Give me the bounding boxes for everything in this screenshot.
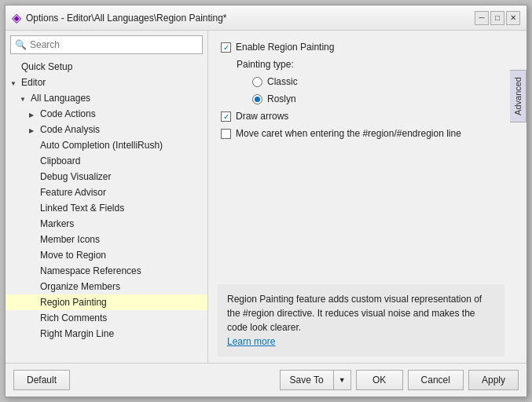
left-panel: 🔍 Quick Setup Editor All Language: [6, 31, 208, 363]
tree-item-right-margin-line[interactable]: Right Margin Line: [6, 326, 207, 342]
tree-item-move-to-region[interactable]: Move to Region: [6, 247, 207, 263]
arrow-icon: [29, 126, 39, 134]
tree-label: Move to Region: [40, 250, 106, 261]
roslyn-radio[interactable]: [252, 94, 262, 104]
title-bar: ◈ Options - Editor\All Languages\Region …: [6, 5, 526, 31]
tree-label: Quick Setup: [21, 61, 72, 72]
roslyn-radio-row: Roslyn: [252, 93, 501, 104]
tree-label: Rich Comments: [40, 312, 107, 323]
search-box: 🔍: [10, 35, 203, 54]
tree-label: Feature Advisor: [40, 187, 106, 198]
tree-label: Clipboard: [40, 155, 80, 166]
painting-type-label: Painting type:: [237, 59, 294, 70]
save-to-button[interactable]: Save To ▼: [280, 370, 351, 390]
arrow-icon: [10, 79, 20, 87]
options-area: Enable Region Painting Painting type: Cl…: [208, 31, 526, 278]
bottom-bar: Default Save To ▼ OK Cancel Apply: [6, 363, 526, 397]
tree-label: Debug Visualizer: [40, 171, 112, 182]
tree-item-organize-members[interactable]: Organize Members: [6, 279, 207, 294]
cancel-button[interactable]: Cancel: [408, 370, 464, 390]
roslyn-label: Roslyn: [267, 93, 296, 104]
arrow-icon: [29, 110, 39, 119]
learn-more-link[interactable]: Learn more: [227, 336, 275, 347]
dialog-window: ◈ Options - Editor\All Languages\Region …: [5, 5, 527, 397]
move-caret-checkbox[interactable]: [221, 129, 231, 139]
tree-item-all-languages[interactable]: All Languages: [6, 90, 207, 106]
tree-item-debug-visualizer[interactable]: Debug Visualizer: [6, 169, 207, 185]
classic-radio-row: Classic: [252, 76, 501, 87]
tree-item-feature-advisor[interactable]: Feature Advisor: [6, 185, 207, 200]
enable-region-painting-label: Enable Region Painting: [236, 42, 334, 53]
enable-region-painting-checkbox[interactable]: [221, 42, 231, 53]
tree-label: Right Margin Line: [40, 328, 114, 339]
enable-region-painting-row: Enable Region Painting: [221, 42, 501, 53]
tree-item-linked-text[interactable]: Linked Text & Fields: [6, 200, 207, 216]
save-to-dropdown-arrow[interactable]: ▼: [334, 372, 350, 388]
tree-label: All Languages: [31, 93, 90, 104]
tree-label: Markers: [40, 218, 74, 229]
minimize-button[interactable]: ─: [475, 11, 489, 25]
tree-label: Auto Completion (IntelliRush): [40, 140, 163, 151]
advanced-tab[interactable]: Advanced: [510, 70, 526, 122]
tree-item-namespace-references[interactable]: Namespace References: [6, 263, 207, 279]
tree-label: Code Actions: [40, 108, 96, 119]
search-icon: 🔍: [15, 39, 27, 50]
app-icon: ◈: [12, 10, 21, 25]
tree-item-member-icons[interactable]: Member Icons: [6, 232, 207, 247]
move-caret-row: Move caret when entering the #region/#en…: [221, 128, 501, 139]
tree-item-rich-comments[interactable]: Rich Comments: [6, 310, 207, 326]
tree-label: Organize Members: [40, 281, 120, 292]
right-panel: Advanced Enable Region Painting Painting…: [208, 31, 526, 363]
info-box: Region Painting feature adds custom visu…: [218, 284, 504, 356]
ok-button[interactable]: OK: [356, 370, 403, 390]
tree-container[interactable]: Quick Setup Editor All Languages Code Ac…: [6, 59, 207, 363]
tree-label: Editor: [21, 77, 46, 88]
tree-item-region-painting[interactable]: Region Painting: [6, 294, 207, 310]
tree-label: Code Analysis: [40, 124, 100, 135]
draw-arrows-label: Draw arrows: [236, 111, 288, 122]
title-bar-left: ◈ Options - Editor\All Languages\Region …: [12, 10, 227, 25]
maximize-button[interactable]: □: [490, 11, 504, 25]
draw-arrows-checkbox[interactable]: [221, 111, 231, 122]
close-button[interactable]: ✕: [506, 11, 520, 25]
search-input[interactable]: [10, 35, 203, 54]
title-controls: ─ □ ✕: [475, 11, 520, 25]
tree-item-auto-completion[interactable]: Auto Completion (IntelliRush): [6, 137, 207, 153]
tree-item-clipboard[interactable]: Clipboard: [6, 153, 207, 169]
painting-type-row: Painting type:: [237, 59, 501, 70]
tree-label: Namespace References: [40, 265, 141, 276]
tree-item-markers[interactable]: Markers: [6, 216, 207, 232]
dialog-body: 🔍 Quick Setup Editor All Language: [6, 31, 526, 363]
tree-label: Linked Text & Fields: [40, 203, 124, 214]
apply-button[interactable]: Apply: [468, 370, 519, 390]
save-to-label[interactable]: Save To: [281, 371, 334, 389]
info-text: Region Painting feature adds custom visu…: [227, 294, 482, 333]
tree-label: Region Painting: [40, 297, 107, 308]
window-title: Options - Editor\All Languages\Region Pa…: [26, 13, 227, 24]
tree-item-quick-setup[interactable]: Quick Setup: [6, 59, 207, 75]
draw-arrows-row: Draw arrows: [221, 111, 501, 122]
tree-item-code-actions[interactable]: Code Actions: [6, 106, 207, 122]
default-button[interactable]: Default: [13, 370, 70, 390]
move-caret-label: Move caret when entering the #region/#en…: [236, 128, 461, 139]
arrow-icon: [20, 94, 29, 103]
classic-radio[interactable]: [252, 77, 262, 87]
tree-item-code-analysis[interactable]: Code Analysis: [6, 122, 207, 137]
tree-item-editor[interactable]: Editor: [6, 75, 207, 90]
tree-label: Member Icons: [40, 234, 100, 245]
classic-label: Classic: [267, 76, 298, 87]
